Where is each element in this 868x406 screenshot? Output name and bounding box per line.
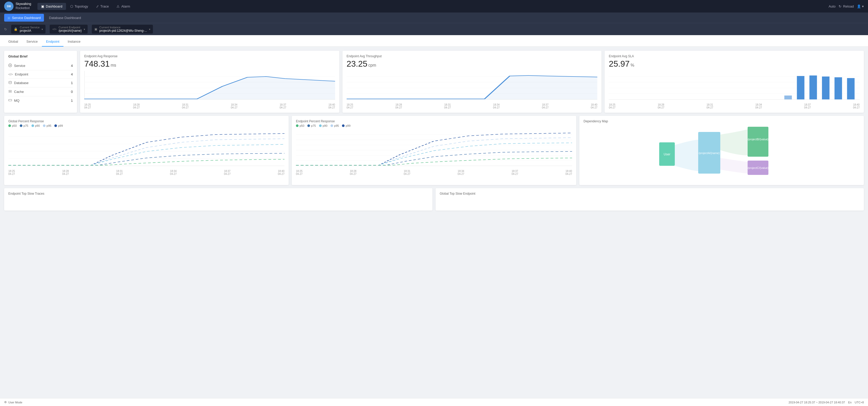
dependency-map-card: Dependency Map User /projectA/{name} (579, 116, 864, 185)
throughput-chart: 18:2504-27 18:2804-27 18:3104-27 18:3404… (347, 71, 597, 109)
svg-rect-24 (809, 76, 817, 99)
svg-text:/projectA/{name}: /projectA/{name} (699, 151, 720, 154)
svg-rect-22 (784, 95, 792, 99)
svg-rect-3 (9, 90, 11, 91)
nav-item-dashboard[interactable]: ▣ Dashboard (37, 3, 66, 10)
endpoint-avg-throughput-title: Endpoint Avg Throughput (347, 54, 597, 58)
nav-item-trace-label: Trace (100, 4, 109, 8)
tab-global-label: Global (8, 39, 18, 44)
lock-icon: 🔒 (14, 27, 18, 31)
nav-items: ▣ Dashboard ⬡ Topology ⤤ Trace ⚠ Alarm (37, 3, 134, 10)
tab-service[interactable]: Service (22, 37, 42, 47)
current-service-selector[interactable]: 🔒 Current Service projectA ▾ (11, 25, 45, 34)
p75-dot (20, 124, 22, 127)
tab-endpoint[interactable]: Endpoint (42, 37, 63, 47)
current-endpoint-selector[interactable]: </> Current Endpoint /projectA/{name} ▾ (50, 25, 88, 34)
endpoint-avg-sla-card: Endpoint Avg SLA 25.97 % (604, 51, 864, 113)
endpoint-avg-response-card: Endpoint Avg Response 748.31 ms (80, 51, 339, 113)
ep-legend-p50: p50 (296, 124, 304, 127)
current-instance-value: projectA-pid:12624@Wu-Sheng-... (99, 29, 147, 32)
brief-mq-label: MQ (14, 99, 20, 103)
sub-nav-service-dashboard[interactable]: ▣ Service Dashboard (4, 14, 44, 22)
auto-label: Auto (829, 4, 836, 8)
ep-p90-label: p90 (323, 124, 328, 127)
ep-p50-dot (296, 124, 299, 127)
brief-row-database: Database 1 (8, 79, 73, 87)
svg-rect-4 (9, 92, 11, 92)
endpoint-avg-response-unit: ms (111, 63, 116, 67)
global-top-slow-card: Global Top Slow Endpoint (436, 188, 864, 210)
endpoint-avg-throughput-card: Endpoint Avg Throughput 23.25 cpm 18:2 (342, 51, 602, 113)
p95-dot (43, 124, 45, 127)
svg-rect-26 (835, 77, 842, 99)
refresh-button[interactable]: ↻ (4, 27, 7, 31)
endpoint-avg-sla-unit: % (630, 63, 634, 67)
endpoint-avg-response-value: 748.31 (84, 59, 110, 68)
dashboard-icon: ▣ (41, 4, 44, 8)
ep-legend-p95: p95 (331, 124, 339, 127)
ep-p75-dot (307, 124, 310, 127)
user-button[interactable]: 👤 ▾ (857, 4, 864, 8)
endpoint-icon: </> (52, 28, 56, 31)
nav-item-dashboard-label: Dashboard (46, 4, 62, 8)
current-endpoint-info: Current Endpoint /projectA/{name} (59, 26, 82, 32)
p50-dot (8, 124, 11, 127)
endpoint-avg-throughput-value: 23.25 (347, 59, 367, 68)
sla-chart-x-labels: 18:2504-27 18:2804-27 18:3104-27 18:3404… (609, 103, 860, 109)
endpoint-avg-response-chart: 18:2504-27 18:2804-27 18:3104-27 18:3404… (84, 71, 335, 109)
svg-rect-5 (8, 99, 12, 101)
ep-legend-p90: p90 (319, 124, 328, 127)
user-icon: 👤 ▾ (857, 4, 864, 8)
endpoint-percent-chart-svg (296, 129, 572, 168)
ep-legend-p75: p75 (307, 124, 316, 127)
sub-nav-database-dashboard[interactable]: Database Dashboard (46, 14, 84, 22)
logo: SW Skywalking Rocketbot (4, 2, 31, 11)
brief-mq-count: 1 (71, 99, 73, 103)
nav-item-topology[interactable]: ⬡ Topology (67, 3, 92, 10)
response-chart-x-labels: 18:2504-27 18:2804-27 18:3104-27 18:3404… (84, 103, 335, 109)
global-percent-chart-svg (8, 129, 284, 168)
endpoint-percent-legend: p50 p75 p90 p95 p99 (296, 124, 572, 127)
ep-p75-label: p75 (311, 124, 316, 127)
endpoint-percent-title: Endpoint Percent Response (296, 119, 572, 123)
global-percent-x-labels: 18:2504-27 18:2804-27 18:3104-27 18:3404… (8, 170, 284, 175)
current-instance-selector[interactable]: ▣ Current Instance projectA-pid:12624@Wu… (92, 25, 153, 34)
current-instance-info: Current Instance projectA-pid:12624@Wu-S… (99, 26, 147, 32)
svg-rect-23 (797, 76, 805, 99)
brief-endpoint-label: Endpoint (15, 72, 28, 76)
bottom-row: Endpoint Top Slow Traces Global Top Slow… (4, 188, 864, 210)
dependency-map-canvas: User /projectA/{name} /projectB/{value} … (584, 124, 860, 181)
nav-item-trace[interactable]: ⤤ Trace (92, 3, 113, 10)
service-dashboard-icon: ▣ (7, 16, 10, 20)
throughput-chart-x-labels: 18:2504-27 18:2804-27 18:3104-27 18:3404… (347, 103, 597, 109)
nav-item-alarm[interactable]: ⚠ Alarm (113, 3, 134, 10)
svg-point-2 (9, 81, 11, 82)
sub-nav-database-dashboard-label: Database Dashboard (49, 16, 81, 20)
endpoint-avg-sla-title: Endpoint Avg SLA (609, 54, 860, 58)
current-service-info: Current Service projectA (20, 26, 39, 32)
endpoint-chevron-icon: ▾ (84, 28, 85, 31)
cache-icon (8, 89, 12, 94)
nav-item-alarm-label: Alarm (121, 4, 130, 8)
p99-dot (54, 124, 57, 127)
ep-p95-dot (331, 124, 333, 127)
logo-icon: SW (4, 2, 13, 11)
svg-rect-44 (748, 127, 768, 157)
reload-button[interactable]: ↻ Reload (839, 4, 854, 8)
global-brief-title: Global Brief (8, 54, 73, 58)
service-chevron-icon: ▾ (41, 28, 43, 31)
tab-instance[interactable]: Instance (63, 37, 85, 47)
global-percent-legend: p50 p75 p90 p95 p99 (8, 124, 284, 127)
brief-database-count: 1 (71, 81, 73, 85)
top-nav: SW Skywalking Rocketbot ▣ Dashboard ⬡ To… (0, 0, 868, 12)
tab-global[interactable]: Global (4, 37, 22, 47)
legend-p90: p90 (31, 124, 40, 127)
endpoint-percent-x-labels: 18:2504-27 18:2804-27 18:3104-27 18:3404… (296, 170, 572, 175)
legend-p50: p50 (8, 124, 17, 127)
sub-nav-service-dashboard-label: Service Dashboard (12, 16, 41, 20)
top-row: Global Brief Service 4 </> Endpoint 4 (4, 51, 864, 113)
ep-p99-label: p99 (346, 124, 350, 127)
refresh-icon: ↻ (4, 27, 7, 31)
p90-label: p90 (35, 124, 40, 127)
svg-point-1 (10, 65, 11, 66)
